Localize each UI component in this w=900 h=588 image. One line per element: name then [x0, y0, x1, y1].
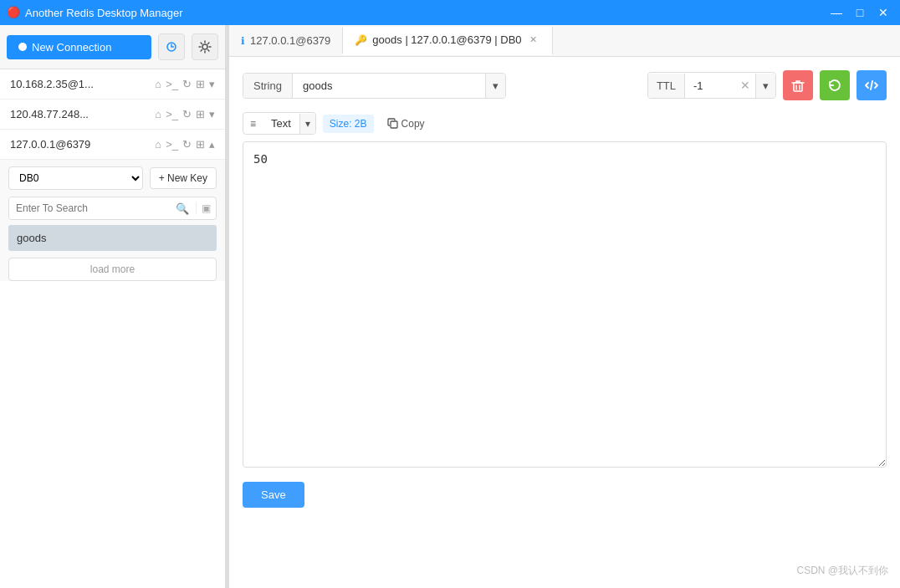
conn-row: 127.0.0.1@6379 ⌂ >_ ↻ ⊞ ▴ — [10, 138, 215, 151]
db-toolbar: DB0 DB1 DB2 DB3 + New Key — [0, 160, 225, 197]
refresh-connections-button[interactable] — [158, 33, 185, 60]
conn-row: 120.48.77.248... ⌂ >_ ↻ ⊞ ▾ — [10, 108, 215, 120]
terminal-icon[interactable]: >_ — [166, 138, 178, 151]
grid-icon[interactable]: ⊞ — [196, 138, 205, 151]
ttl-label: TTL — [648, 74, 685, 98]
home-icon[interactable]: ⌂ — [155, 78, 161, 90]
conn-name: 127.0.0.1@6379 — [10, 138, 90, 151]
key-name-dropdown-icon[interactable]: ▾ — [485, 74, 505, 98]
db-select[interactable]: DB0 DB1 DB2 DB3 — [8, 166, 143, 190]
delete-icon — [790, 78, 805, 93]
conn-actions: ⌂ >_ ↻ ⊞ ▴ — [155, 138, 215, 151]
key-toolbar: String ▾ TTL ✕ ▾ — [243, 70, 887, 100]
code-icon — [864, 78, 879, 93]
home-icon[interactable]: ⌂ — [155, 138, 161, 151]
type-label: String — [243, 74, 293, 98]
maximize-button[interactable]: □ — [850, 3, 870, 23]
search-icon[interactable]: 🔍 — [169, 202, 196, 215]
app-title: Another Redis Desktop Manager — [25, 7, 826, 19]
tab-bar: ℹ 127.0.0.1@6379 🔑 goods | 127.0.0.1@637… — [229, 25, 900, 57]
key-item[interactable]: goods — [8, 225, 217, 251]
tab-key-label: goods | 127.0.0.1@6379 | DB0 — [372, 33, 521, 46]
ttl-group: TTL ✕ ▾ — [647, 72, 776, 99]
main-content: ℹ 127.0.0.1@6379 🔑 goods | 127.0.0.1@637… — [229, 25, 900, 588]
connection-dot — [18, 43, 27, 51]
refresh-icon — [827, 78, 842, 93]
value-section: ≡ Text ▾ Size: 2B Copy 50 Save — [243, 112, 887, 508]
info-icon: ℹ — [241, 35, 245, 47]
value-textarea[interactable]: 50 — [243, 141, 887, 468]
terminal-icon[interactable]: >_ — [166, 78, 178, 90]
reload-icon[interactable]: ↻ — [182, 138, 192, 151]
new-connection-button[interactable]: New Connection — [7, 35, 151, 59]
format-label: Text — [263, 113, 299, 134]
svg-rect-3 — [391, 121, 397, 128]
delete-button[interactable] — [783, 70, 813, 100]
key-name: goods — [17, 232, 46, 244]
connection-item-expanded[interactable]: 127.0.0.1@6379 ⌂ >_ ↻ ⊞ ▴ — [0, 130, 225, 160]
key-editor: String ▾ TTL ✕ ▾ — [229, 57, 900, 588]
reload-icon[interactable]: ↻ — [182, 108, 192, 120]
ttl-clear-button[interactable]: ✕ — [735, 73, 755, 98]
connection-item[interactable]: 10.168.2.35@1... ⌂ >_ ↻ ⊞ ▾ — [0, 69, 225, 100]
reload-icon[interactable]: ↻ — [182, 78, 192, 90]
conn-actions: ⌂ >_ ↻ ⊞ ▾ — [155, 78, 215, 90]
sidebar-header: New Connection — [0, 25, 225, 69]
svg-rect-2 — [794, 83, 802, 91]
new-key-button[interactable]: + New Key — [150, 167, 217, 189]
key-list: goods — [8, 225, 217, 251]
ttl-input[interactable] — [685, 74, 735, 98]
tab-close-button[interactable]: ✕ — [527, 33, 540, 47]
type-select-group: String ▾ — [243, 73, 506, 99]
refresh-button[interactable] — [820, 70, 850, 100]
search-bar: 🔍 ▣ — [8, 197, 217, 220]
copy-label: Copy — [401, 118, 425, 130]
save-button[interactable]: Save — [243, 482, 304, 508]
connections-list: 10.168.2.35@1... ⌂ >_ ↻ ⊞ ▾ 120.48.77.24… — [0, 69, 225, 588]
filter-icon[interactable]: ▣ — [196, 202, 216, 214]
new-connection-label: New Connection — [32, 41, 111, 54]
expand-icon[interactable]: ▾ — [209, 108, 215, 120]
key-icon: 🔑 — [355, 34, 367, 46]
size-badge: Size: 2B — [323, 115, 374, 133]
copy-icon — [387, 118, 398, 129]
code-edit-button[interactable] — [857, 70, 887, 100]
refresh-icon — [165, 40, 178, 54]
expanded-db-section: DB0 DB1 DB2 DB3 + New Key 🔍 ▣ goods — [0, 160, 225, 281]
conn-name: 10.168.2.35@1... — [10, 78, 94, 90]
connection-item[interactable]: 120.48.77.248... ⌂ >_ ↻ ⊞ ▾ — [0, 100, 225, 130]
settings-button[interactable] — [192, 33, 218, 60]
svg-point-1 — [202, 44, 207, 49]
watermark: CSDN @我认不到你 — [796, 564, 888, 578]
sidebar: New Connection 10.168.2. — [0, 25, 226, 588]
tab-server[interactable]: ℹ 127.0.0.1@6379 — [229, 28, 343, 54]
format-select-group: ≡ Text ▾ — [243, 112, 316, 135]
home-icon[interactable]: ⌂ — [155, 108, 161, 120]
titlebar: 🔴 Another Redis Desktop Manager — □ ✕ — [0, 0, 900, 25]
format-icon: ≡ — [243, 114, 263, 134]
minimize-button[interactable]: — — [826, 3, 846, 23]
settings-icon — [198, 40, 212, 54]
copy-button[interactable]: Copy — [381, 115, 432, 133]
app-icon: 🔴 — [7, 6, 20, 19]
format-dropdown-icon[interactable]: ▾ — [299, 114, 315, 134]
conn-name: 120.48.77.248... — [10, 108, 89, 120]
app-body: New Connection 10.168.2. — [0, 25, 900, 588]
collapse-icon[interactable]: ▴ — [209, 138, 215, 151]
window-controls: — □ ✕ — [826, 3, 893, 23]
tab-key[interactable]: 🔑 goods | 127.0.0.1@6379 | DB0 ✕ — [343, 27, 552, 55]
value-toolbar: ≡ Text ▾ Size: 2B Copy — [243, 112, 887, 135]
load-more-button[interactable]: load more — [8, 258, 217, 281]
conn-row: 10.168.2.35@1... ⌂ >_ ↻ ⊞ ▾ — [10, 78, 215, 90]
grid-icon[interactable]: ⊞ — [196, 78, 205, 90]
terminal-icon[interactable]: >_ — [166, 108, 178, 120]
expand-icon[interactable]: ▾ — [209, 78, 215, 90]
grid-icon[interactable]: ⊞ — [196, 108, 205, 120]
ttl-dropdown-icon[interactable]: ▾ — [755, 74, 775, 98]
conn-actions: ⌂ >_ ↻ ⊞ ▾ — [155, 108, 215, 120]
close-button[interactable]: ✕ — [873, 3, 893, 23]
search-input[interactable] — [9, 197, 169, 219]
tab-server-label: 127.0.0.1@6379 — [250, 34, 330, 47]
key-name-input[interactable] — [293, 74, 485, 98]
